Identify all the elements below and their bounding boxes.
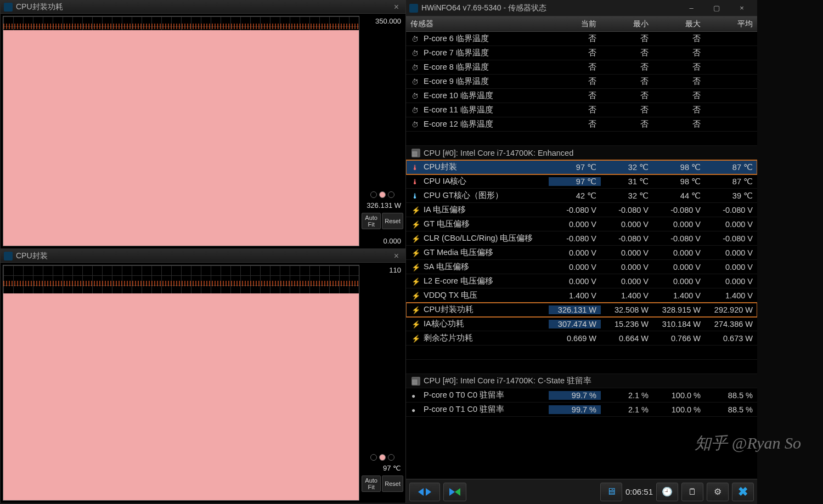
- sensor-min: 否: [601, 76, 653, 87]
- nav-prev-next-button[interactable]: [409, 483, 440, 501]
- sensor-name: E-core 10 临界温度: [424, 90, 549, 101]
- sensor-row[interactable]: CPU GT核心（图形）42 ℃32 ℃44 ℃39 ℃: [406, 189, 757, 203]
- col-avg[interactable]: 平均: [705, 19, 757, 29]
- sensor-cur: 99.7 %: [549, 391, 601, 400]
- close-button[interactable]: ×: [730, 1, 754, 16]
- bolt-icon: [412, 291, 420, 300]
- app-icon: [409, 4, 418, 13]
- col-max[interactable]: 最大: [653, 19, 705, 29]
- sensor-row[interactable]: CPU IA核心97 ℃31 ℃98 ℃87 ℃: [406, 174, 757, 189]
- close-x-button[interactable]: ✖: [732, 483, 754, 501]
- autofit-button[interactable]: Auto Fit: [362, 475, 381, 492]
- sensor-max: 44 ℃: [653, 191, 705, 200]
- close-icon[interactable]: ×: [391, 251, 402, 261]
- sensor-row[interactable]: L2 E-core 电压偏移0.000 V0.000 V0.000 V0.000…: [406, 274, 757, 288]
- sensor-row[interactable]: VDDQ TX 电压1.400 V1.400 V1.400 V1.400 V: [406, 288, 757, 303]
- arrow-right-icon: [449, 488, 455, 496]
- sensor-row[interactable]: GT 电压偏移0.000 V0.000 V0.000 V0.000 V: [406, 217, 757, 231]
- col-current[interactable]: 当前: [549, 19, 601, 29]
- sensor-cur: 97 ℃: [549, 163, 601, 172]
- maximize-button[interactable]: ▢: [704, 1, 729, 16]
- sensor-row[interactable]: E-core 11 临界温度否否否: [406, 103, 757, 117]
- sensor-row[interactable]: GT Media 电压偏移0.000 V0.000 V0.000 V0.000 …: [406, 246, 757, 260]
- sensor-row[interactable]: E-core 8 临界温度否否否: [406, 60, 757, 75]
- sensor-max: 98 ℃: [653, 163, 705, 172]
- sensor-row[interactable]: P-core 0 T0 C0 驻留率99.7 %2.1 %100.0 %88.5…: [406, 388, 757, 403]
- dot-icon: [412, 405, 420, 414]
- sensor-group-header[interactable]: CPU [#0]: Intel Core i7-14700K: Enhanced: [406, 146, 757, 160]
- settings-button[interactable]: ⚙: [707, 483, 729, 501]
- sensor-cur: -0.080 V: [549, 206, 601, 214]
- sensor-row[interactable]: P-core 6 临界温度否否否: [406, 32, 757, 46]
- graph-power-title: CPU封装功耗: [16, 2, 63, 12]
- sensor-row[interactable]: 剩余芯片功耗0.669 W0.664 W0.766 W0.673 W: [406, 331, 757, 346]
- col-min[interactable]: 最小: [601, 19, 653, 29]
- network-icon-button[interactable]: 🖥: [600, 483, 622, 501]
- graph-power-titlebar[interactable]: CPU封装功耗 ×: [1, 1, 405, 14]
- sensor-min: 2.1 %: [601, 391, 653, 400]
- sensor-cur: 307.474 W: [549, 320, 601, 329]
- sensor-row[interactable]: CPU封装功耗326.131 W32.508 W328.915 W292.920…: [406, 303, 757, 317]
- sensor-avg: 39 ℃: [705, 191, 757, 200]
- sensor-cur: 否: [549, 62, 601, 72]
- legend-swatches: [362, 191, 403, 198]
- graph-temp-title: CPU封装: [16, 251, 48, 261]
- sensor-name: VDDQ TX 电压: [424, 290, 549, 301]
- sensor-cur: 否: [549, 90, 601, 101]
- sensor-row[interactable]: P-core 7 临界温度否否否: [406, 46, 757, 60]
- col-sensor[interactable]: 传感器: [406, 19, 549, 29]
- sensor-row[interactable]: IA 电压偏移-0.080 V-0.080 V-0.080 V-0.080 V: [406, 203, 757, 217]
- graph-temp-titlebar[interactable]: CPU封装 ×: [1, 250, 405, 263]
- reset-button[interactable]: Reset: [382, 475, 403, 492]
- sensor-cur: 否: [549, 33, 601, 44]
- autofit-button[interactable]: Auto Fit: [362, 213, 381, 229]
- sensor-row[interactable]: SA 电压偏移0.000 V0.000 V0.000 V0.000 V: [406, 260, 757, 274]
- clock-icon: [412, 92, 420, 100]
- sensor-cur: 0.000 V: [549, 263, 601, 271]
- sensor-cur: 99.7 %: [549, 405, 601, 414]
- sensor-row[interactable]: CPU封装97 ℃32 ℃98 ℃87 ℃: [406, 160, 757, 174]
- close-icon[interactable]: ×: [391, 2, 402, 12]
- sensor-name: SA 电压偏移: [424, 262, 549, 272]
- sensor-header-row[interactable]: 传感器 当前 最小 最大 平均: [406, 16, 757, 32]
- blank-row: [406, 346, 757, 360]
- sensor-max: 否: [653, 105, 705, 115]
- sensor-min: 15.236 W: [601, 320, 653, 329]
- hwinfo-sensor-window: HWiNFO64 v7.69-5340 - 传感器状态 – ▢ × 传感器 当前…: [406, 0, 757, 504]
- sensor-max: 0.000 V: [653, 248, 705, 257]
- collapse-button[interactable]: [443, 483, 466, 501]
- sensor-row[interactable]: E-core 10 临界温度否否否: [406, 89, 757, 103]
- blank-row: [406, 360, 757, 374]
- sensor-min: 否: [601, 119, 653, 129]
- sensor-max: -0.080 V: [653, 206, 705, 214]
- sensor-min: 32 ℃: [601, 191, 653, 200]
- graph-power-max: 350.000: [362, 16, 403, 26]
- log-icon-button[interactable]: 🗒: [681, 483, 703, 501]
- sensor-min: -0.080 V: [601, 234, 653, 243]
- sensor-group-header[interactable]: CPU [#0]: Intel Core i7-14700K: C-State …: [406, 374, 757, 388]
- sensor-row[interactable]: IA核心功耗307.474 W15.236 W310.184 W274.386 …: [406, 317, 757, 331]
- graph-temp-plot[interactable]: [3, 265, 359, 501]
- sensor-row[interactable]: CLR (CBo/LLC/Ring) 电压偏移-0.080 V-0.080 V-…: [406, 231, 757, 246]
- bolt-icon: [412, 277, 420, 286]
- sensor-row[interactable]: P-core 0 T1 C0 驻留率99.7 %2.1 %100.0 %88.5…: [406, 403, 757, 417]
- sensor-min: 32 ℃: [601, 163, 653, 172]
- sensor-name: CPU封装: [424, 162, 549, 172]
- graph-power-plot[interactable]: [3, 16, 359, 246]
- sensor-avg: 1.400 V: [705, 291, 757, 300]
- clock-icon-button[interactable]: 🕘: [656, 483, 678, 501]
- sensor-name: CPU GT核心（图形）: [424, 190, 549, 201]
- minimize-button[interactable]: –: [679, 1, 703, 16]
- reset-button[interactable]: Reset: [382, 213, 403, 229]
- sensor-table-body[interactable]: P-core 6 临界温度否否否P-core 7 临界温度否否否E-core 8…: [406, 32, 757, 479]
- graph-temp-window: CPU封装 × 110 97 ℃ Auto Fit Reset: [0, 249, 406, 503]
- sensor-cur: 0.669 W: [549, 334, 601, 343]
- sensor-row[interactable]: E-core 12 临界温度否否否: [406, 117, 757, 132]
- hwinfo-titlebar[interactable]: HWiNFO64 v7.69-5340 - 传感器状态 – ▢ ×: [406, 0, 757, 16]
- sensor-cur: 否: [549, 76, 601, 87]
- sensor-row[interactable]: E-core 9 临界温度否否否: [406, 75, 757, 89]
- sensor-avg: 0.000 V: [705, 263, 757, 271]
- sensor-name: E-core 12 临界温度: [424, 119, 549, 129]
- arrow-left-icon: [455, 488, 460, 496]
- sensor-name: P-core 0 T1 C0 驻留率: [424, 404, 549, 415]
